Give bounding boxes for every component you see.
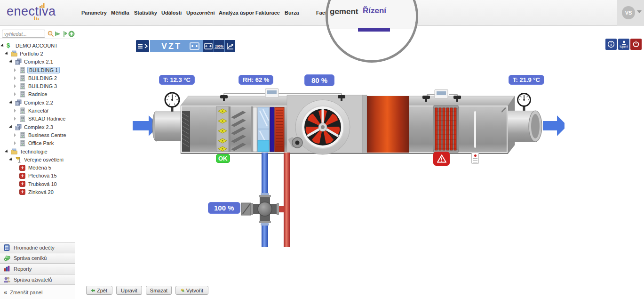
nav-udalosti[interactable]: Události [161, 10, 182, 16]
nav-parametry[interactable]: Parametry [81, 10, 107, 16]
user-avatar[interactable]: VS [622, 6, 635, 19]
meter-icon [19, 164, 27, 171]
outlet-temp-badge[interactable]: T: 21.9 °C [509, 75, 544, 85]
scheme-menu-button[interactable] [136, 40, 149, 52]
app-root: enectiva Parametry Měřidla Statistiky Ud… [0, 0, 644, 299]
tree-expander[interactable] [14, 133, 19, 137]
complex-icon [15, 124, 23, 130]
tree-expander[interactable] [14, 109, 19, 113]
tree-item-trubkova-10[interactable]: Trubková 10 [0, 180, 75, 188]
delete-button[interactable]: Smazat [146, 286, 172, 295]
technology-folder-icon [11, 148, 18, 155]
fit-width-button[interactable] [203, 40, 214, 52]
tree-expander[interactable] [14, 117, 19, 121]
tree-item-medena-5[interactable]: Měděná 5 [0, 163, 75, 171]
back-button[interactable]: Zpět [86, 286, 112, 295]
inlet-temp-badge[interactable]: T: 12.3 °C [159, 75, 195, 85]
tree-expander[interactable] [10, 101, 15, 105]
info-button[interactable] [605, 39, 617, 50]
nav-fakturace[interactable]: Fakturace [255, 10, 280, 16]
tree-item-complex-2-3[interactable]: Complex 2.3 [0, 123, 75, 131]
tree-item-sklad-radnice[interactable]: SKLAD Radnice [0, 115, 75, 123]
collapse-all-icon[interactable] [62, 31, 68, 37]
tree-item-office-park[interactable]: Office Park [0, 139, 75, 147]
zoom-100-button[interactable]: 100% [214, 40, 224, 52]
hot-water-pipe [284, 153, 290, 247]
nav-analyza-uspor[interactable]: Analýza úspor [219, 10, 254, 16]
top-header: enectiva Parametry Měřidla Statistiky Ud… [0, 0, 644, 26]
tree-expander[interactable] [14, 141, 19, 145]
nav-burza[interactable]: Burza [285, 10, 299, 16]
tree-expander[interactable] [6, 52, 11, 56]
collapse-panel-button[interactable]: « Zmenšit panel [0, 284, 75, 299]
tree-item-complex-2-1[interactable]: Complex 2.1 [0, 58, 75, 66]
building-icon [19, 67, 27, 73]
controller-box-right [435, 89, 448, 98]
tree-item-technologie[interactable]: Technologie [0, 147, 75, 155]
tree-item-plechova-15[interactable]: Plechová 15 [0, 172, 75, 180]
avatar-caret-icon[interactable] [637, 10, 642, 13]
tree-item-building-1[interactable]: BUILDING 1 [0, 66, 75, 74]
portfolio-folder-icon [11, 50, 18, 57]
app-logo[interactable]: enectiva [7, 4, 56, 19]
logo-bars-bottom [34, 16, 40, 20]
menu-sprava-uzivatelu[interactable]: Správa uživatelů [0, 274, 75, 285]
building-icon [19, 115, 27, 122]
nav-statistiky[interactable]: Statistiky [134, 10, 157, 16]
tree-expander[interactable] [14, 68, 19, 72]
note-tag-icon[interactable] [471, 153, 479, 164]
menu-reporty[interactable]: Reporty [0, 263, 75, 274]
tree-expander[interactable] [10, 125, 15, 129]
info-icon [607, 40, 615, 48]
filter-ok-badge[interactable]: OK [216, 154, 230, 163]
tree-expander[interactable] [10, 158, 15, 162]
tree-item-kancelar[interactable]: Kancelář [0, 106, 75, 114]
tree-item-building-2[interactable]: BUILDING 2 [0, 74, 75, 82]
expand-all-icon[interactable] [55, 31, 62, 37]
tree-item-zinkova-20[interactable]: Zinková 20 [0, 188, 75, 196]
warning-triangle-icon [437, 154, 446, 163]
mixing-valve [241, 195, 285, 223]
create-button[interactable]: Vytvořit [175, 286, 208, 295]
building-icon [19, 75, 27, 81]
note-line [473, 160, 477, 161]
nav-meridla[interactable]: Měřidla [111, 10, 129, 16]
magnified-rizeni-tab[interactable]: Řízení [363, 6, 386, 16]
tree-item-building-3[interactable]: BUILDING 3 [0, 82, 75, 90]
tree-item-demo-account[interactable]: $ DEMO ACCOUNT [0, 41, 75, 49]
tree-item-portfolio-2[interactable]: Portfolio 2 [0, 49, 75, 57]
ahu-diagram[interactable] [132, 66, 564, 254]
chart-view-button[interactable] [225, 40, 235, 52]
tree-expander[interactable] [1, 44, 7, 48]
inlet-gauge [165, 93, 179, 112]
asset-tree: $ DEMO ACCOUNT Portfolio 2 Complex 2.1 B… [0, 41, 75, 196]
building-icon [19, 91, 27, 97]
tree-expander[interactable] [10, 60, 15, 64]
fan-power-badge[interactable]: 80 % [304, 74, 334, 86]
alarm-badge[interactable] [433, 152, 450, 166]
note-line [473, 158, 477, 159]
menu-hromadne-odecty[interactable]: Hromadné odečty [0, 242, 75, 253]
edit-button[interactable]: Upravit [116, 286, 142, 295]
tree-item-verejne-osvetleni[interactable]: Veřejné osvětlení [0, 155, 75, 163]
tree-item-radnice[interactable]: Radnice [0, 90, 75, 98]
tree-expander[interactable] [14, 84, 19, 88]
search-icon[interactable] [48, 31, 54, 37]
building-icon [19, 107, 27, 114]
tree-expander[interactable] [14, 76, 19, 80]
magnified-management-fragment: gement [330, 7, 358, 16]
fit-screen-icon[interactable] [190, 42, 199, 50]
tree-item-business-centre[interactable]: Business Centre [0, 131, 75, 139]
search-input[interactable] [2, 30, 45, 38]
power-icon [632, 40, 640, 48]
refresh-tree-icon[interactable] [68, 31, 75, 37]
topeni-user-button[interactable]: topeni [618, 39, 629, 50]
tree-expander[interactable] [6, 150, 11, 154]
nav-upozorneni[interactable]: Upozornění [186, 10, 215, 16]
tree-item-complex-2-2[interactable]: Complex 2.2 [0, 98, 75, 106]
humidity-badge[interactable]: RH: 62 % [239, 75, 273, 85]
power-button[interactable] [630, 39, 642, 50]
menu-sprava-ceniku[interactable]: Správa ceníků [0, 253, 75, 264]
valve-position-badge[interactable]: 100 % [208, 202, 240, 214]
tree-expander[interactable] [14, 92, 19, 96]
